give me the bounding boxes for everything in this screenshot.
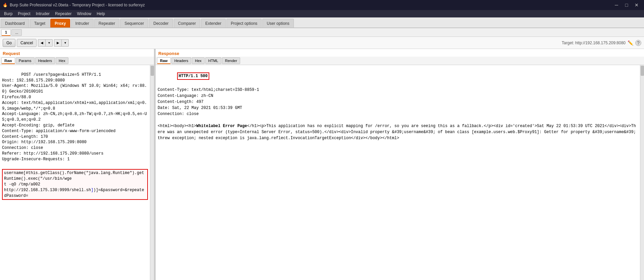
target-info: Target: http://192.168.175.209:8080 ✏️ ? [562,40,641,46]
req-tab-raw[interactable]: Raw [1,57,15,64]
tab-user-options[interactable]: User options [262,19,293,27]
req-tab-hex[interactable]: Hex [56,57,68,64]
request-content-area: POST /users?page=&size=5 HTTP/1.1 Host: … [0,65,154,280]
titlebar: 🔥 Burp Suite Professional v2.0beta - Tem… [0,0,644,10]
tab-extender[interactable]: Extender [201,19,226,27]
request-tabs: Raw Params Headers Hex [0,57,154,65]
res-tab-headers[interactable]: Headers [171,57,192,64]
target-label: Target: http://192.168.175.209:8080 [562,41,626,45]
nav-forward-group: ▶ ▾ [54,39,69,47]
nav-back-dropdown[interactable]: ▾ [45,39,53,47]
nav-forward-dropdown[interactable]: ▾ [61,39,69,47]
nav-back-group: ◀ ▾ [38,39,53,47]
tab-dashboard[interactable]: Dashboard [1,19,29,27]
menu-intruder[interactable]: Intruder [33,10,52,17]
response-title: Response [156,49,644,57]
request-scrollbar[interactable] [150,65,154,280]
subtab-more[interactable]: ... [11,29,22,36]
toolbar-left: Go Cancel ◀ ▾ ▶ ▾ [3,39,69,47]
response-headers-text: Content-Type: text/html;charset=ISO-8859… [158,88,638,141]
cancel-button[interactable]: Cancel [17,39,37,47]
menu-help[interactable]: Help [94,10,108,17]
tab-repeater[interactable]: Repeater [94,19,119,27]
menubar: Burp Project Intruder Repeater Window He… [0,10,644,17]
menu-project[interactable]: Project [15,10,33,17]
tab-project-options[interactable]: Project options [226,19,262,27]
tab-target[interactable]: Target [30,19,50,27]
app-title: Burp Suite Professional v2.0beta - Tempo… [10,3,145,7]
main-tabbar: Dashboard Target Proxy Intruder Repeater… [0,17,644,28]
minimize-button[interactable]: ─ [612,1,621,9]
response-scrollbar[interactable] [640,65,644,280]
tab-comparer[interactable]: Comparer [174,19,200,27]
app-icon: 🔥 [3,3,8,7]
response-content-area: HTTP/1.1 500 Content-Type: text/html;cha… [156,65,644,280]
req-tab-headers[interactable]: Headers [35,57,55,64]
tab-decoder[interactable]: Decoder [149,19,173,27]
request-headers-text: POST /users?page=&size=5 HTTP/1.1 Host: … [2,72,147,162]
menu-burp[interactable]: Burp [1,10,15,17]
tab-intruder[interactable]: Intruder [71,19,93,27]
request-title: Request [0,49,154,57]
response-panel: Response Raw Headers Hex HTML Render HTT… [156,49,644,280]
request-payload: username[#this.getClass().forName("java.… [2,169,148,200]
req-tab-params[interactable]: Params [16,57,35,64]
menu-window[interactable]: Window [74,10,94,17]
repeater-subtabbar: 1 ... [0,28,644,37]
http-status-highlight: HTTP/1.1 500 [177,72,209,80]
titlebar-controls[interactable]: ─ □ ✕ [612,1,641,9]
res-tab-render[interactable]: Render [222,57,240,64]
res-tab-raw[interactable]: Raw [157,57,171,64]
nav-forward-button[interactable]: ▶ [54,39,61,47]
go-button[interactable]: Go [3,39,15,47]
res-tab-html[interactable]: HTML [205,57,221,64]
tab-proxy[interactable]: Proxy [50,19,70,27]
nav-back-button[interactable]: ◀ [38,39,45,47]
response-text: HTTP/1.1 500 Content-Type: text/html;cha… [156,65,640,280]
request-scrollbar-thumb [151,66,154,76]
tab-sequencer[interactable]: Sequencer [120,19,148,27]
close-button[interactable]: ✕ [632,1,641,9]
edit-target-icon[interactable]: ✏️ [628,40,633,46]
response-tabs: Raw Headers Hex HTML Render [156,57,644,65]
maximize-button[interactable]: □ [622,1,631,9]
help-icon[interactable]: ? [635,40,641,46]
titlebar-left: 🔥 Burp Suite Professional v2.0beta - Tem… [3,3,145,7]
menu-repeater[interactable]: Repeater [52,10,74,17]
res-tab-hex[interactable]: Hex [192,57,205,64]
response-scrollbar-thumb [641,66,644,76]
request-panel: Request Raw Params Headers Hex POST /use… [0,49,154,280]
subtab-1[interactable]: 1 [1,29,11,36]
main-content: Request Raw Params Headers Hex POST /use… [0,49,644,280]
request-text: POST /users?page=&size=5 HTTP/1.1 Host: … [0,65,150,280]
toolbar: Go Cancel ◀ ▾ ▶ ▾ Target: http://192.168… [0,37,644,49]
